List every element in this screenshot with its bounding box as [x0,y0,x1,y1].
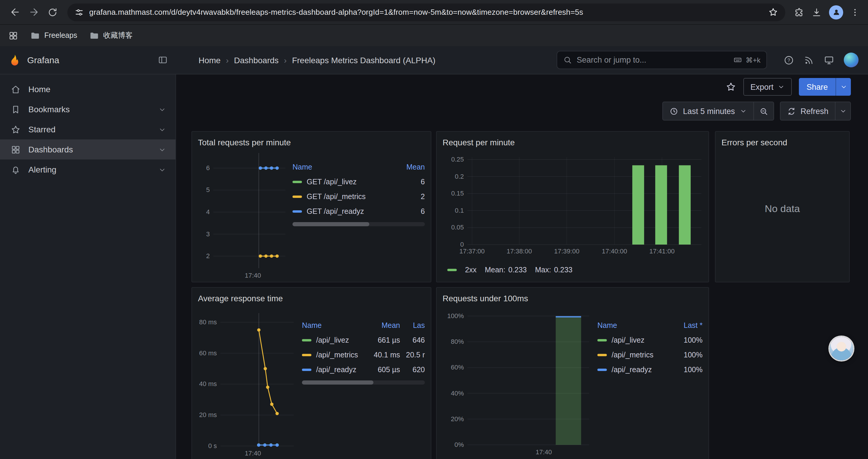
dashboard-main: Export Share Last 5 minutes [176,74,868,459]
user-avatar[interactable] [844,53,859,67]
apps-grid-icon[interactable] [8,30,18,40]
bookmark-folder-blogs[interactable]: 收藏博客 [89,30,133,40]
legend-column-header[interactable]: Last * [675,321,703,329]
legend-row[interactable]: GET /api/_livez6 [292,174,425,189]
series-name[interactable]: /api/_readyz [612,365,652,374]
panel-title[interactable]: Requests under 100ms [442,291,703,306]
series-value: 661 µs [367,336,400,344]
refresh-button[interactable]: Refresh [780,102,835,120]
svg-text:40%: 40% [451,390,464,397]
sidebar-item-starred[interactable]: Starred [0,119,176,139]
search-input[interactable]: Search or jump to... ⌘+k [557,51,767,69]
export-button[interactable]: Export [743,78,792,96]
breadcrumb-current: Freeleaps Metrics Dashboard (ALPHA) [292,55,435,65]
series-name[interactable]: GET /api/_readyz [307,207,364,215]
panel-legend[interactable]: 2xx Mean: 0.233 Max: 0.233 [442,266,703,274]
svg-text:17:38:00: 17:38:00 [507,248,532,255]
sidebar-item-label: Home [28,85,51,94]
series-name[interactable]: /api/_metrics [316,351,358,359]
series-name[interactable]: GET /api/_metrics [307,192,366,201]
panel-title[interactable]: Average response time [198,291,425,306]
forward-icon[interactable] [25,3,42,21]
panel-legend: NameLast */api/_livez100%/api/_metrics10… [590,318,703,377]
url-text[interactable]: grafana.mathmast.com/d/deytv4rwavabkb/fr… [89,8,763,17]
favorite-star-icon[interactable] [725,81,736,92]
panel-legend: NameMeanLas/api/_livez661 µs646/api/_met… [295,318,425,385]
browser-toolbar: grafana.mathmast.com/d/deytv4rwavabkb/fr… [0,0,868,25]
time-range-picker[interactable]: Last 5 minutes [663,102,753,120]
sidebar-item-dashboards[interactable]: Dashboards [0,139,176,160]
series-name[interactable]: 2xx [465,266,476,274]
breadcrumb-dashboards[interactable]: Dashboards [234,55,279,65]
bookmark-star-icon[interactable] [768,7,778,17]
legend-row[interactable]: /api/_readyz605 µs620 [302,362,425,377]
total-requests-chart[interactable]: 6543217:40 [198,150,286,279]
series-name[interactable]: /api/_livez [612,336,644,344]
legend-row[interactable]: GET /api/_metrics2 [292,189,425,204]
sidebar-item-bookmarks[interactable]: Bookmarks [0,99,176,119]
series-name[interactable]: /api/_metrics [612,351,653,359]
extensions-icon[interactable] [794,7,804,18]
series-dash [302,339,311,341]
browser-profile-avatar[interactable] [829,5,843,19]
grafana-logo[interactable] [8,54,21,66]
svg-text:17:40: 17:40 [536,448,552,456]
back-icon[interactable] [6,3,24,21]
legend-row[interactable]: GET /api/_readyz6 [292,204,425,219]
svg-text:80%: 80% [451,338,464,345]
legend-row[interactable]: /api/_livez100% [597,333,703,347]
chevron-down-icon[interactable] [158,145,166,153]
refresh-interval-dropdown[interactable] [835,102,850,120]
legend-row[interactable]: /api/_livez661 µs646 [302,333,425,347]
legend-column-header[interactable]: Name [292,163,398,171]
sidebar-item-alerting[interactable]: Alerting [0,160,176,179]
download-icon[interactable] [811,7,822,18]
grafana-body: Home Bookmarks Starred [0,74,868,459]
panel-title[interactable]: Errors per second [721,135,843,150]
legend-scrollbar[interactable] [302,381,425,385]
legend-column-header[interactable]: Mean [398,163,425,171]
series-name[interactable]: /api/_readyz [316,365,356,374]
search-shortcut: ⌘+k [733,56,761,64]
panel-title[interactable]: Total requests per minute [198,135,425,150]
series-dash [302,368,311,371]
average-response-time-chart[interactable]: 80 ms60 ms40 ms20 ms0 s17:40 [198,306,295,459]
share-button[interactable]: Share [799,78,851,96]
series-name[interactable]: GET /api/_livez [307,177,356,186]
breadcrumb-home[interactable]: Home [198,55,221,65]
requests-under-100ms-chart[interactable]: 100%80%60%40%20%0%17:40 [442,306,590,457]
floating-avatar[interactable] [830,337,853,360]
max-value: 0.233 [554,266,572,274]
help-icon[interactable]: ? [783,55,794,65]
legend-column-header[interactable]: Las [400,321,425,329]
chevron-down-icon[interactable] [158,105,166,113]
sidebar-item-home[interactable]: Home [0,79,176,99]
chevron-down-icon[interactable] [158,126,166,133]
share-dropdown-icon[interactable] [836,78,851,96]
zoom-out-button[interactable] [753,102,773,120]
browser-menu-icon[interactable] [850,7,860,17]
legend-scrollbar[interactable] [292,222,425,226]
site-settings-icon[interactable] [74,7,84,17]
panel-title[interactable]: Request per minute [442,135,703,150]
legend-row[interactable]: /api/_readyz100% [597,362,703,377]
request-per-minute-chart[interactable]: 0.250.20.150.10.05017:37:0017:38:0017:39… [442,150,703,260]
bookmark-folder-freeleaps[interactable]: Freeleaps [30,30,77,40]
chevron-down-icon[interactable] [158,166,166,173]
legend-row[interactable]: /api/_metrics100% [597,347,703,362]
series-dash [292,195,302,198]
legend-column-header[interactable]: Name [302,321,367,329]
series-name[interactable]: /api/_livez [316,336,349,344]
series-value: 20.5 r [400,351,425,359]
news-rss-icon[interactable] [804,55,814,65]
svg-text:20 ms: 20 ms [199,411,217,419]
kiosk-monitor-icon[interactable] [824,55,834,65]
share-label[interactable]: Share [799,78,836,96]
sidebar-toggle-icon[interactable] [158,55,168,65]
reload-icon[interactable] [44,3,61,21]
url-bar[interactable]: grafana.mathmast.com/d/deytv4rwavabkb/fr… [67,3,785,21]
legend-column-header[interactable]: Name [597,321,675,329]
panel-total-requests: Total requests per minute 6543217:40 Nam… [191,131,431,282]
legend-column-header[interactable]: Mean [367,321,400,329]
legend-row[interactable]: /api/_metrics40.1 ms20.5 r [302,347,425,362]
